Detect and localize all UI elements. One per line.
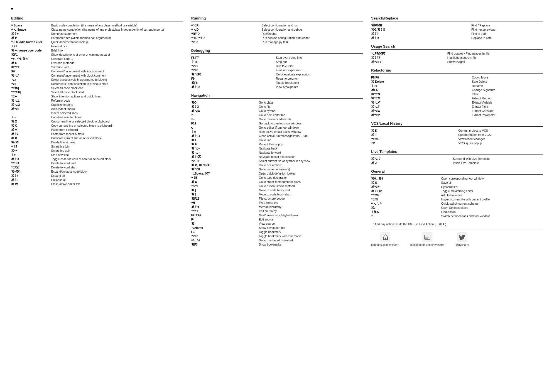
shortcut-key: ⌘ U [191, 180, 259, 184]
table-row: ^⌥DSelect configuration and debug [191, 27, 363, 31]
shortcut-desc: Extract Constant [472, 109, 543, 113]
shortcut-desc: Go to numbered bookmark [259, 238, 363, 242]
table-row: ⌘⇧OGo to file [191, 104, 363, 109]
shortcut-desc: Step over / step into [276, 55, 363, 60]
shortcut-key: ⌘ J [371, 161, 453, 165]
table-row: ⌥⇧CView recent changes [371, 137, 543, 141]
table-row: ⌘0...⌘9Open corresponding tool window [371, 176, 543, 180]
shortcut-desc: Go to previous editor tab [259, 117, 363, 121]
shortcut-desc: Auto-indent line(s) [51, 107, 183, 111]
shortcut-desc: File structure popup [259, 196, 363, 200]
shortcut-desc: Extract Parameter [472, 113, 543, 117]
shortcut-key: ⌘⌥/ [11, 73, 51, 77]
shortcut-key: ⌘⇧F12 [371, 189, 441, 193]
shortcut-key: ⌘↑ [191, 221, 259, 226]
footer-label-jetbrains: jetbrains.com/pycharm [371, 243, 399, 246]
shortcut-key: ⌥⌫ [11, 165, 51, 169]
shortcut-desc: Parameter info (within method call argum… [51, 36, 183, 40]
shortcut-desc: Cut current line or selected block to cl… [51, 119, 183, 123]
shortcut-desc: Find usages / Find usages in file [447, 51, 543, 55]
shortcut-key: ⌘⌥M [371, 96, 472, 100]
shortcut-key: ⌘⌥Y [371, 185, 441, 189]
column-middle: Running ^⌥RSelect configuration and run^… [191, 16, 363, 251]
shortcut-desc: Toggle bookmark [259, 230, 363, 234]
table-row: F12Go back to previous tool window [191, 121, 363, 125]
shortcut-desc: Edit source [259, 217, 363, 221]
table-row: ⌘F6Change Signature [371, 88, 543, 92]
shortcut-key: ^⌥ `, ^` [371, 201, 441, 205]
shortcut-desc: Override methods [51, 61, 183, 65]
shortcut-key: ^⌥ Space [11, 27, 51, 31]
table-row: ⌥ F1Select current file or symbol in any… [191, 159, 363, 163]
shortcut-key: ⌘ W [11, 182, 51, 186]
table-row: ⌘⌥/Comment/uncomment with block comment [11, 73, 183, 77]
shortcut-key: ⌘ T [371, 133, 458, 137]
table-row: ⌘⌥F7Show usages [371, 60, 543, 64]
shortcut-desc: Go to next editor tab [259, 113, 363, 117]
shortcut-desc: Go to symbol [259, 109, 363, 113]
table-row: ⌘ DDuplicate current line or selected bl… [11, 136, 183, 140]
logo-pc-badge [11, 8, 13, 9]
shortcut-desc: Smart line join [51, 144, 183, 148]
shortcut-desc: Add to Favorites [441, 193, 543, 197]
table-row: ^⌥ HCall hierarchy [191, 209, 363, 213]
table-row: ⌘ KCommit project to VCS [371, 128, 543, 133]
shortcut-key: ⇧F6 [371, 84, 472, 88]
section-general: General ⌘0...⌘9Open corresponding tool w… [371, 169, 543, 218]
section-title-navigation: Navigation [191, 93, 363, 99]
shortcut-desc: Paste from clipboard [51, 128, 183, 132]
shortcut-desc: Show intention actions and quick-fixes [51, 94, 183, 98]
shortcut-key: ⌘⌥N [371, 92, 472, 96]
shortcut-desc: Delete to word end [51, 161, 183, 165]
vcs-shortcuts-table: ⌘ KCommit project to VCS⌘ TUpdate projec… [371, 128, 543, 145]
shortcut-key: ⌥↑ [11, 77, 51, 82]
shortcut-desc: Surround with Live Template [453, 156, 543, 161]
shortcut-key: ⌥F8 [191, 68, 276, 72]
house-icon [380, 232, 390, 242]
shortcut-key: ⌘⌥V [371, 100, 472, 104]
shortcut-key: ⌘⌫ [11, 140, 51, 144]
shortcut-desc: Navigate to last edit location [259, 155, 363, 159]
table-row: ⌥↓Decrease current selection to previous… [11, 82, 183, 86]
shortcut-key: ^↑/^↓ [191, 184, 259, 188]
shortcut-key: ⌘ Delete [371, 79, 472, 84]
shortcut-key: ⌘⌥← [191, 146, 259, 150]
section-vcs: VCS/Local History ⌘ KCommit project to V… [371, 121, 543, 145]
shortcut-key: ⌘ B, ⌘ Click [191, 163, 259, 167]
shortcut-desc: 'VCS' quick popup [458, 141, 543, 145]
shortcut-key: ⌘⌥→ [191, 150, 259, 155]
shortcut-desc: Go to type declaration [259, 175, 363, 180]
table-row: F5/F6Copy / Move [371, 75, 543, 79]
shortcut-key: ⌘⇧F8 [191, 85, 276, 89]
shortcut-key: ⌘ E [191, 142, 259, 146]
shortcut-key: ⌥Home [191, 226, 259, 230]
shortcut-desc: Resume program [276, 76, 363, 80]
table-row: F8/F7Step over / step into [191, 55, 363, 60]
shortcut-key: ⌥⇧F [371, 193, 441, 197]
shortcut-desc: Inline [472, 92, 543, 96]
shortcut-desc: Inspect current file with current profil… [441, 197, 543, 201]
table-row: ⌘⇧F12Toggle maximizing editor [371, 189, 543, 193]
table-row: ⌘⇧↩Complete statement [11, 31, 183, 36]
shortcut-key: ⌘⌥B [191, 167, 259, 171]
section-title-usage: Usage Search [371, 44, 543, 50]
refactoring-shortcuts-table: F5/F6Copy / Move⌘ DeleteSafe Delete⇧F6Re… [371, 75, 543, 117]
table-row: ⌘⇧-Collapse all [11, 178, 183, 182]
shortcut-desc: Decrease current selection to previous s… [51, 82, 183, 86]
table-row: ^↑/^↓Go to previous/next method [191, 184, 363, 188]
shortcut-desc: Go to previous/next method [259, 184, 363, 188]
shortcut-desc: Open Settings dialog [441, 205, 543, 210]
shortcut-key: ⌥F7/⌘F7 [371, 51, 447, 55]
shortcut-desc: Select till code block start [51, 90, 183, 94]
shortcut-desc: Call hierarchy [259, 209, 363, 213]
shortcut-desc: Delete to word start [51, 165, 183, 169]
section-title-editing: Editing [11, 16, 183, 21]
shortcut-key: ⌘⇧H [191, 205, 259, 209]
shortcut-key: ^↩, ^N, ⌘N [11, 57, 51, 61]
shortcut-desc: Move to code block start [259, 192, 363, 196]
shortcut-key: ⇧→ [11, 115, 51, 119]
shortcut-key: ^⇧B [191, 175, 259, 180]
shortcut-key: F12 [191, 121, 259, 125]
shortcut-key: ⌘⇧U [11, 157, 51, 161]
shortcut-key: ^← [191, 117, 259, 121]
